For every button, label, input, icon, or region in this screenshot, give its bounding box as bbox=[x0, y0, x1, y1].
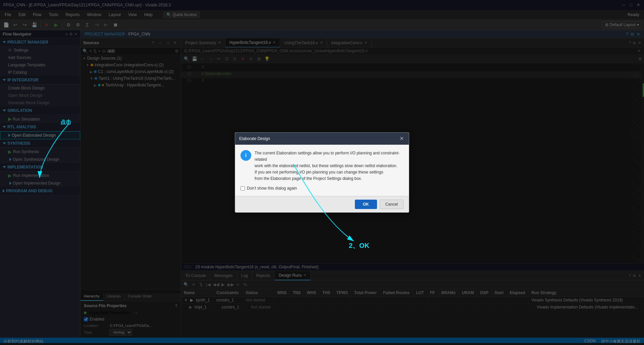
elaborate-design-dialog: Elaborate Design ✕ i The current Elabora… bbox=[235, 132, 409, 213]
modal-checkbox-row: Don't show this dialog again bbox=[240, 186, 404, 191]
modal-close-btn[interactable]: ✕ bbox=[398, 135, 405, 142]
modal-ok-button[interactable]: OK bbox=[355, 200, 377, 209]
modal-cancel-button[interactable]: Cancel bbox=[380, 200, 404, 209]
modal-title-label: Elaborate Design bbox=[239, 136, 270, 141]
dont-show-checkbox[interactable] bbox=[240, 186, 245, 191]
modal-message-line3: If you are not performing I/O pin planni… bbox=[255, 170, 383, 175]
modal-titlebar: Elaborate Design ✕ bbox=[235, 133, 409, 145]
dont-show-label: Don't show this dialog again bbox=[247, 186, 297, 191]
modal-message-line4: from the Elaboration page of the Project… bbox=[255, 176, 362, 181]
modal-message-line2: work with the elaborated netlist, but th… bbox=[255, 163, 397, 168]
modal-body: i The current Elaboration settings allow… bbox=[235, 145, 409, 196]
info-icon: i bbox=[240, 150, 251, 161]
modal-message: The current Elaboration settings allow y… bbox=[255, 150, 404, 182]
modal-footer: OK Cancel bbox=[235, 196, 409, 212]
modal-info-row: i The current Elaboration settings allow… bbox=[240, 150, 404, 182]
modal-message-line1: The current Elaboration settings allow y… bbox=[255, 151, 399, 162]
modal-overlay[interactable]: Elaborate Design ✕ i The current Elabora… bbox=[0, 0, 644, 345]
